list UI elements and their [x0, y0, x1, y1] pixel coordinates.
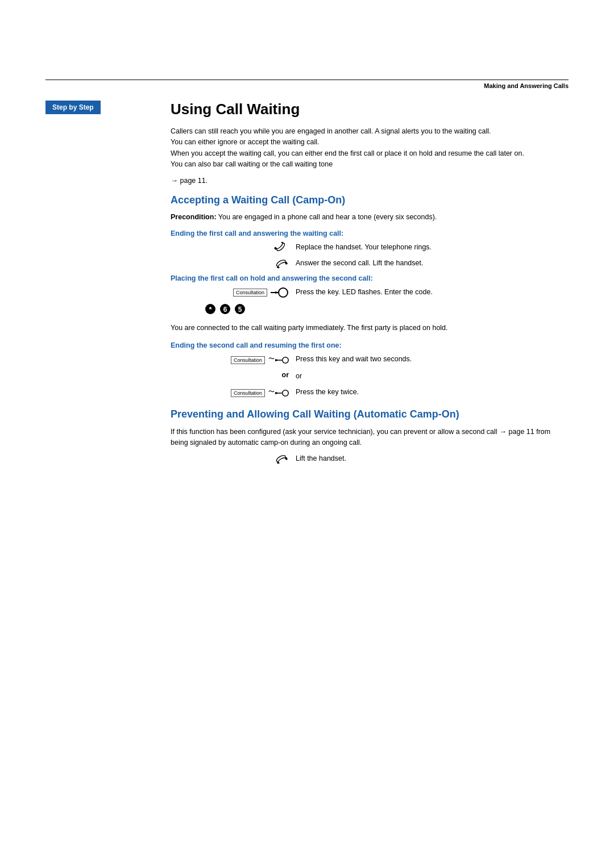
svg-text:〜: 〜 [268, 388, 275, 395]
intro-paragraph-1: Callers can still reach you while you ar… [171, 126, 569, 170]
step-consultation-end-1-text: Press this key and wait two seconds. [296, 354, 569, 365]
section2-body: If this function has been configured (as… [171, 426, 569, 449]
svg-point-18 [283, 358, 288, 363]
step-consultation-1: Consultation Press the key. LED flashes.… [171, 287, 569, 298]
step-hangup-text: Replace the handset. Your telephone ring… [296, 242, 569, 253]
precondition-label: Precondition: [171, 213, 217, 221]
step-lift-section2-text: Lift the handset. [296, 453, 569, 464]
consultation-end-icon-group-2: Consultation 〜 [231, 387, 289, 399]
consultation-key-label-2: Consultation [231, 356, 265, 364]
connected-text: You are connected to the call waiting pa… [171, 323, 569, 333]
svg-text:5: 5 [238, 306, 242, 314]
svg-text:〜: 〜 [268, 355, 275, 362]
key-codes-svg: * 6 5 [205, 303, 250, 315]
lift-section2-icon-cell [171, 453, 296, 464]
hangup-phone-icon [273, 242, 289, 252]
step-consultation-end-2-text: Press the key twice. [296, 387, 569, 398]
consultation-key-label: Consultation [233, 289, 267, 297]
lift-phone-icon [273, 258, 289, 268]
precondition-text: You are engaged in a phone call and hear… [218, 213, 437, 221]
end-arrow-circle-icon-1: 〜 [268, 354, 289, 366]
svg-rect-2 [277, 266, 280, 268]
subsection2-title: Placing the first call on hold and answe… [171, 274, 569, 282]
or-text-cell: or [296, 371, 569, 382]
step-lift: Answer the second call. Lift the handset… [171, 258, 569, 269]
hangup-icon-cell [171, 242, 296, 252]
svg-point-23 [283, 390, 288, 395]
step-consultation-end-2: Consultation 〜 Press the key twice. [171, 387, 569, 399]
lift-phone-icon-2 [273, 453, 289, 464]
section2-title: Preventing and Allowing Call Waiting (Au… [171, 408, 569, 420]
lift-icon-cell [171, 258, 296, 268]
step-hangup: Replace the handset. Your telephone ring… [171, 242, 569, 253]
step-by-step-box: Step by Step [45, 101, 101, 114]
step-lift-text: Answer the second call. Lift the handset… [296, 258, 569, 269]
end-arrow-circle-icon-2: 〜 [268, 387, 289, 399]
step-consultation-1-text: Press the key. LED flashes. Enter the co… [296, 287, 569, 298]
sidebar: Step by Step [45, 101, 159, 469]
page-container: Making and Answering Calls Step by Step … [0, 80, 614, 868]
consultation-key-label-3: Consultation [231, 389, 265, 397]
svg-point-5 [279, 289, 287, 297]
key-codes-row: * 6 5 [205, 303, 569, 317]
consultation-end-2-icon-cell: Consultation 〜 [171, 387, 296, 399]
consultation-key-icon-cell: Consultation [171, 287, 296, 298]
consultation-icon-group: Consultation [233, 287, 289, 298]
or-row: or or [171, 371, 569, 382]
step-lift-section2: Lift the handset. [171, 453, 569, 464]
main-layout: Step by Step Using Call Waiting Callers … [45, 101, 569, 469]
subsection1-title: Ending the first call and answering the … [171, 229, 569, 237]
consultation-end-icon-group-1: Consultation 〜 [231, 354, 289, 366]
section1-title: Accepting a Waiting Call (Camp-On) [171, 194, 569, 206]
arrow-circle-icon [271, 287, 289, 298]
header-section-title: Making and Answering Calls [0, 80, 614, 89]
arrow-ref: → page 11. [171, 175, 569, 186]
page-title: Using Call Waiting [171, 101, 569, 118]
or-label: or [171, 371, 296, 379]
sidebar-label: Step by Step [52, 103, 94, 111]
consultation-end-1-icon-cell: Consultation 〜 [171, 354, 296, 366]
svg-rect-24 [277, 461, 280, 464]
precondition-block: Precondition: You are engaged in a phone… [171, 212, 569, 223]
content-area: Using Call Waiting Callers can still rea… [159, 101, 569, 469]
header-section-label: Making and Answering Calls [484, 82, 569, 89]
subsection3-title: Ending the second call and resuming the … [171, 341, 569, 349]
section2: Preventing and Allowing Call Waiting (Au… [171, 408, 569, 464]
svg-text:6: 6 [223, 306, 227, 314]
step-consultation-end-1: Consultation 〜 Press this key and [171, 354, 569, 366]
